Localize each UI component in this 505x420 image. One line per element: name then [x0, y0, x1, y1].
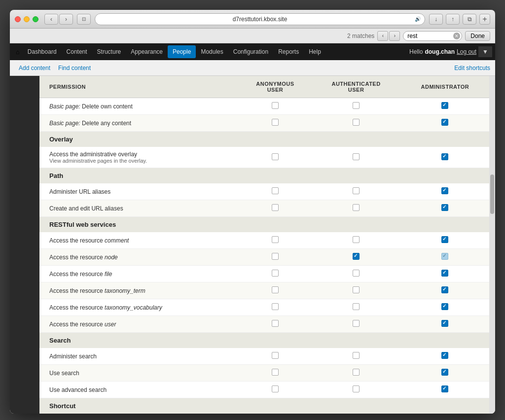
admin-checkbox[interactable] — [441, 102, 448, 109]
audio-icon: 🔊 — [415, 16, 421, 22]
logout-button[interactable]: Log out — [457, 48, 476, 55]
auth-checkbox[interactable] — [353, 320, 360, 327]
admin-checkbox[interactable] — [441, 385, 448, 392]
main-content: PERMISSION ANONYMOUSUSER AUTHENTICATEDUS… — [10, 76, 495, 414]
admin-check-cell — [401, 365, 489, 382]
anon-check-cell — [239, 232, 311, 249]
minimize-button[interactable] — [24, 16, 30, 22]
anon-check-cell — [239, 147, 311, 168]
anon-checkbox[interactable] — [272, 119, 279, 126]
admin-check-cell — [401, 232, 489, 249]
admin-checkbox[interactable] — [441, 303, 448, 310]
anon-checkbox[interactable] — [272, 102, 279, 109]
find-matches: 2 matches — [347, 33, 374, 39]
reader-button[interactable]: ⊡ — [77, 14, 91, 25]
hello-text: Hello — [409, 48, 423, 55]
anon-checkbox[interactable] — [272, 385, 279, 392]
col-permission: PERMISSION — [39, 76, 239, 98]
anon-check-cell — [239, 299, 311, 316]
section-title: Search — [39, 333, 489, 349]
section-header-search: Search — [39, 333, 489, 349]
close-button[interactable] — [15, 16, 21, 22]
scrollbar-thumb[interactable] — [490, 175, 494, 214]
back-button[interactable]: ‹ — [44, 14, 58, 25]
nav-configuration[interactable]: Configuration — [228, 45, 273, 58]
window-button[interactable]: ⧉ — [463, 14, 476, 25]
auth-checkbox[interactable] — [353, 153, 360, 160]
anon-checkbox[interactable] — [272, 153, 279, 160]
perm-label: Basic page: Delete any content — [39, 115, 239, 132]
admin-checkbox[interactable] — [441, 369, 448, 376]
anon-checkbox[interactable] — [272, 253, 279, 260]
table-row: Access the resource file — [39, 266, 489, 282]
anon-checkbox[interactable] — [272, 236, 279, 243]
auth-checkbox[interactable] — [353, 204, 360, 211]
url-bar[interactable]: d7resttutori.kbox.site 🔊 — [95, 13, 425, 25]
auth-check-cell — [311, 382, 400, 398]
admin-check-cell — [401, 299, 489, 316]
new-tab-button[interactable]: + — [479, 14, 490, 25]
nav-arrow-button[interactable]: ▼ — [478, 46, 492, 57]
share-button[interactable]: ↑ — [446, 14, 460, 25]
find-content-link[interactable]: Find content — [54, 63, 95, 73]
anon-checkbox[interactable] — [272, 270, 279, 277]
anon-checkbox[interactable] — [272, 187, 279, 194]
auth-checkbox[interactable] — [353, 286, 360, 293]
admin-checkbox[interactable] — [441, 320, 448, 327]
anon-checkbox[interactable] — [272, 303, 279, 310]
admin-checkbox[interactable] — [441, 253, 448, 260]
perm-label: Access the resource taxonomy_term — [39, 282, 239, 299]
auth-checkbox[interactable] — [353, 187, 360, 194]
download-button[interactable]: ↓ — [429, 14, 443, 25]
nav-dashboard[interactable]: Dashboard — [23, 45, 62, 58]
add-content-link[interactable]: Add content — [15, 63, 54, 73]
anon-checkbox[interactable] — [272, 369, 279, 376]
scrollbar-track[interactable] — [489, 76, 495, 414]
auth-checkbox[interactable] — [353, 102, 360, 109]
auth-checkbox[interactable] — [353, 119, 360, 126]
auth-check-cell — [311, 365, 400, 382]
table-row: Administer URL aliases — [39, 183, 489, 200]
find-prev-button[interactable]: ‹ — [377, 31, 388, 41]
auth-checkbox[interactable] — [353, 253, 360, 260]
admin-checkbox[interactable] — [441, 352, 448, 359]
anon-checkbox[interactable] — [272, 320, 279, 327]
admin-checkbox[interactable] — [441, 286, 448, 293]
auth-checkbox[interactable] — [353, 270, 360, 277]
anon-check-cell — [239, 200, 311, 217]
forward-button[interactable]: › — [59, 14, 73, 25]
nav-structure[interactable]: Structure — [92, 45, 126, 58]
auth-checkbox[interactable] — [353, 385, 360, 392]
find-done-button[interactable]: Done — [465, 31, 490, 41]
nav-buttons: ‹ › — [44, 14, 73, 25]
admin-checkbox[interactable] — [441, 270, 448, 277]
nav-content[interactable]: Content — [62, 45, 92, 58]
table-row: Basic page: Delete any content — [39, 115, 489, 132]
find-clear-button[interactable]: ✕ — [453, 33, 460, 39]
anon-checkbox[interactable] — [272, 286, 279, 293]
admin-checkbox[interactable] — [441, 204, 448, 211]
admin-checkbox[interactable] — [441, 187, 448, 194]
anon-checkbox[interactable] — [272, 352, 279, 359]
nav-people[interactable]: People — [168, 45, 196, 58]
username-label[interactable]: doug.chan — [425, 48, 455, 55]
admin-check-cell — [401, 183, 489, 200]
admin-check-cell — [401, 200, 489, 217]
auth-checkbox[interactable] — [353, 352, 360, 359]
auth-checkbox[interactable] — [353, 236, 360, 243]
admin-checkbox[interactable] — [441, 153, 448, 160]
maximize-button[interactable] — [33, 16, 38, 22]
nav-appearance[interactable]: Appearance — [126, 45, 168, 58]
find-next-button[interactable]: › — [389, 31, 400, 41]
nav-help[interactable]: Help — [304, 45, 326, 58]
nav-modules[interactable]: Modules — [196, 45, 228, 58]
home-nav-icon[interactable]: ⌂ — [13, 43, 23, 60]
anon-checkbox[interactable] — [272, 204, 279, 211]
auth-checkbox[interactable] — [353, 369, 360, 376]
edit-shortcuts-link[interactable]: Edit shortcuts — [454, 65, 490, 71]
nav-reports[interactable]: Reports — [273, 45, 304, 58]
admin-checkbox[interactable] — [441, 119, 448, 126]
auth-checkbox[interactable] — [353, 303, 360, 310]
auth-check-cell — [311, 115, 400, 132]
admin-checkbox[interactable] — [441, 236, 448, 243]
